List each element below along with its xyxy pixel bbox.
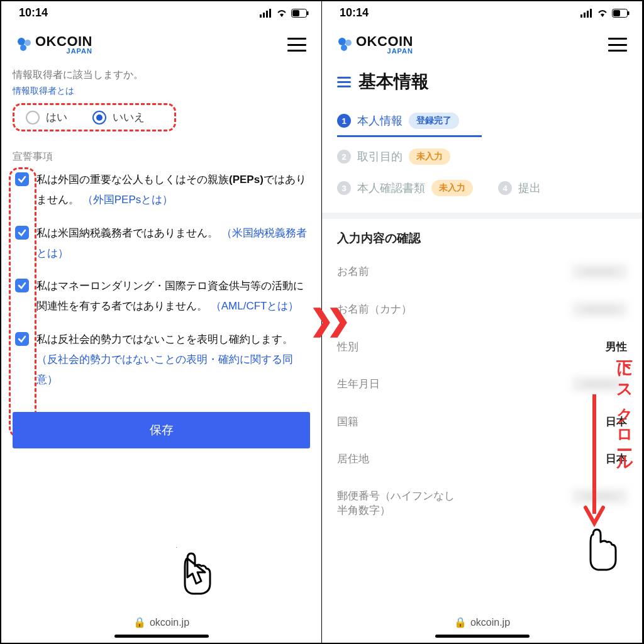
step-2-badge: 未入力 (409, 148, 450, 165)
checkbox-checked-icon[interactable] (15, 172, 29, 186)
section-divider (322, 213, 642, 219)
zip-value: ——— (572, 489, 627, 504)
svg-rect-2 (266, 11, 268, 18)
svg-rect-13 (580, 14, 582, 18)
svg-rect-18 (613, 10, 620, 16)
url-text: okcoin.jp (470, 617, 510, 628)
step-3[interactable]: 3 本人確認書類 未入力 (337, 180, 473, 196)
svg-point-20 (338, 38, 346, 45)
radio-no-label: いいえ (113, 110, 145, 125)
lock-icon: 🔒 (454, 617, 467, 628)
status-icons (260, 9, 309, 18)
okcoin-logo[interactable]: OKCOIN JAPAN (337, 35, 413, 55)
confirm-title: 入力内容の確認 (322, 230, 642, 247)
step-2[interactable]: 2 取引目的 未入力 (337, 141, 627, 172)
save-button[interactable]: 保存 (13, 412, 310, 448)
wifi-icon (276, 9, 287, 18)
step-1-badge: 登録完了 (409, 113, 459, 129)
home-indicator (435, 635, 530, 638)
status-time: 10:14 (340, 6, 369, 19)
svg-point-22 (341, 45, 347, 51)
row-residence: 居住地日本 (337, 440, 627, 477)
cell-signal-icon (260, 9, 272, 18)
url-text: okcoin.jp (150, 617, 189, 628)
svg-point-9 (20, 45, 26, 51)
step-1[interactable]: 1 本人情報 登録完了 (337, 105, 627, 136)
checkbox-checked-icon[interactable] (15, 332, 29, 346)
confirmation-list: お名前——— お名前（カナ）——— 性別男性 生年月日——— 国籍日本 居住地日… (322, 247, 642, 529)
zip-label: 郵便番号（ハイフンなし半角数字） (337, 489, 463, 518)
menu-button[interactable] (287, 38, 306, 52)
oath-heading: 宣誓事項 (13, 150, 310, 164)
nat-value: 日本 (606, 414, 627, 429)
section-menu-icon[interactable] (337, 77, 351, 87)
svg-rect-16 (590, 9, 592, 18)
battery-icon (612, 9, 630, 18)
row-dob: 生年月日——— (337, 365, 627, 403)
question-label: 情報取得者に該当しますか。 (13, 69, 310, 82)
checkbox-checked-icon[interactable] (15, 279, 29, 292)
kana-label: お名前（カナ） (337, 302, 412, 316)
home-indicator (114, 635, 209, 638)
step-3-label: 本人確認書類 (357, 180, 425, 196)
step-4[interactable]: 4 提出 (498, 180, 541, 196)
svg-point-7 (18, 38, 25, 45)
svg-rect-6 (307, 11, 309, 15)
oath4-link[interactable]: （反社会的勢力ではないことの表明・確約に関する同意） (36, 353, 293, 386)
url-bar: 🔒okcoin.jp (1, 610, 321, 632)
wifi-icon (597, 9, 608, 18)
step-number-icon: 3 (337, 181, 351, 195)
dob-value: ——— (572, 377, 627, 392)
step-number-icon: 4 (498, 181, 512, 195)
radio-group-annotated: はい いいえ (13, 103, 176, 131)
svg-point-8 (25, 40, 31, 46)
radio-yes-label: はい (46, 110, 67, 125)
lock-icon: 🔒 (133, 617, 146, 628)
step-number-icon: 1 (337, 114, 351, 128)
step-4-label: 提出 (518, 180, 541, 196)
oath3-link[interactable]: （AML/CFTとは） (211, 300, 299, 312)
svg-rect-15 (587, 11, 589, 18)
left-screenshot: 10:14 OKCOIN JAPAN 情報取得者に該当しますか。 情報取得 (1, 1, 322, 643)
logo-text: OKCOIN (356, 35, 413, 48)
svg-rect-19 (628, 11, 630, 15)
svg-rect-14 (584, 13, 586, 18)
oath-item-2: 私は米国納税義務者ではありません。 （米国納税義務者とは） (15, 223, 310, 264)
oath-list: 私は外国の重要な公人もしくはその親族(PEPs)ではありません。 （外国PEPs… (13, 170, 310, 391)
svg-rect-5 (292, 10, 299, 16)
radio-unchecked-icon (26, 111, 40, 125)
sex-value: 男性 (606, 340, 627, 354)
step-3-badge: 未入力 (431, 180, 473, 196)
menu-button[interactable] (608, 38, 627, 52)
step-number-icon: 2 (337, 150, 351, 164)
app-header: OKCOIN JAPAN (322, 22, 642, 66)
step-1-label: 本人情報 (357, 113, 402, 128)
radio-checked-icon (92, 111, 106, 125)
row-nationality: 国籍日本 (337, 403, 627, 440)
question-help-link[interactable]: 情報取得者とは (13, 86, 310, 97)
battery-icon (291, 9, 309, 18)
radio-no[interactable]: いいえ (92, 110, 145, 125)
oath4-text: 私は反社会的勢力ではないことを表明し確約します。 (36, 333, 293, 345)
cell-signal-icon (580, 9, 593, 18)
dob-label: 生年月日 (337, 377, 380, 391)
scroll-cursor-annotation (579, 523, 623, 574)
save-button-label: 保存 (150, 423, 174, 436)
row-name: お名前——— (337, 253, 627, 291)
oath1-link[interactable]: （外国PEPsとは） (82, 194, 174, 206)
checkbox-checked-icon[interactable] (15, 226, 29, 240)
svg-rect-0 (260, 14, 262, 18)
status-time: 10:14 (19, 6, 48, 19)
okcoin-logo[interactable]: OKCOIN JAPAN (16, 35, 92, 55)
sex-label: 性別 (337, 340, 358, 354)
right-screenshot: 10:14 OKCOIN JAPAN 基本情報 (322, 1, 643, 643)
radio-yes[interactable]: はい (26, 110, 67, 125)
app-header: OKCOIN JAPAN (1, 22, 321, 66)
oath2-text: 私は米国納税義務者ではありません。 (36, 227, 218, 239)
name-label: お名前 (337, 264, 369, 279)
step-active-underline (337, 135, 482, 137)
row-kana: お名前（カナ）——— (337, 291, 627, 328)
oath-item-1: 私は外国の重要な公人もしくはその親族(PEPs)ではありません。 （外国PEPs… (15, 170, 310, 211)
oath-item-4: 私は反社会的勢力ではないことを表明し確約します。 （反社会的勢力ではないことの表… (15, 330, 310, 391)
row-sex: 性別男性 (337, 328, 627, 365)
